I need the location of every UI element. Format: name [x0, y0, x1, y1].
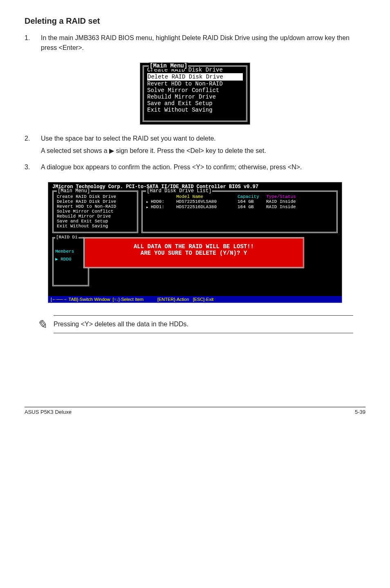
hdd-row-model: HDS722516VLSA80	[176, 199, 238, 204]
bios-confirm-dialog: ALL DATA ON THE RAID WILL BE LOST!! ARE …	[83, 237, 304, 268]
step-number-3: 3.	[25, 162, 41, 175]
step-number-2: 2.	[25, 134, 41, 158]
bios-dialog-line-1: ALL DATA ON THE RAID WILL BE LOST!!	[89, 243, 299, 250]
page-footer-right: 5-39	[355, 409, 365, 415]
bios-hdd-list-box: [Hard Disk Drive List] Model Name Capaci…	[141, 191, 338, 233]
bios-screenshot: JMicron Technology Corp. PCI-to-SATA II/…	[48, 182, 342, 303]
hdd-row-name: HDD1:	[151, 204, 176, 210]
hdd-row-arrow-icon: ▸	[146, 199, 151, 204]
step-2-text-b: A selected set shows a ▶ sign before it.…	[41, 146, 365, 156]
main-menu-legend: [Main Menu]	[149, 63, 188, 69]
hdd-row-name: HDD0:	[151, 199, 176, 204]
note-block: ✎ Pressing <Y> deletes all the data in t…	[37, 315, 353, 333]
step-2-text-a: Use the space bar to select the RAID set…	[41, 134, 365, 144]
bios-main-menu-item: Exit Without Saving	[57, 224, 134, 229]
bios-raid-rdd-arrow-icon: ▶	[55, 257, 58, 262]
bios-hdd-legend: [Hard Disk Drive List]	[146, 188, 212, 194]
bios-footer-keys: [←──→ TAB]-Switch Window [↑↓]-Select Ite…	[48, 296, 342, 303]
hdd-row-capacity: 164 GB	[238, 204, 266, 210]
bios-main-menu-item: Create RAID Disk Drive	[57, 194, 134, 199]
step-number-1: 1.	[25, 33, 41, 55]
bios-main-menu-item: Rebuild Mirror Drive	[57, 214, 134, 219]
hdd-header-status: Type/Status	[266, 194, 307, 199]
bios-main-menu-item: Solve Mirror Conflict	[57, 209, 134, 214]
bios-raid-legend: [RAID Di	[55, 235, 78, 240]
note-text: Pressing <Y> deletes all the data in the…	[54, 315, 353, 333]
main-menu-item: Solve Mirror Conflict	[147, 87, 243, 94]
bios-main-menu-item: Delete RAID Disk Drive	[57, 199, 134, 204]
main-menu-item: Rebuild Mirror Drive	[147, 94, 243, 100]
hdd-row-arrow-icon: ▸	[146, 204, 151, 210]
bios-main-menu-box: [Main Menu] Create RAID Disk Drive Delet…	[52, 191, 138, 233]
main-menu-item: Revert HDD to Non-RAID	[147, 81, 243, 87]
bios-raid-members: Members	[55, 249, 86, 254]
hdd-header-model: Model Name	[176, 194, 238, 199]
bios-main-menu-legend: [Main Menu]	[57, 188, 91, 194]
hdd-row-capacity: 164 GB	[238, 199, 266, 204]
page-footer-left: ASUS P5K3 Deluxe	[25, 409, 72, 415]
main-menu-item-selected: Delete RAID Disk Drive	[147, 73, 243, 81]
bios-raid-rdd-label: RDD0	[61, 257, 71, 262]
main-menu-item: Save and Exit Setup	[147, 100, 243, 107]
section-title: Deleting a RAID set	[25, 16, 365, 26]
main-menu-screenshot: [Main Menu] Create RAID Disk Drive Delet…	[140, 63, 250, 125]
bios-main-menu-item: Save and Exit Setup	[57, 219, 134, 224]
main-menu-item: Exit Without Saving	[147, 107, 243, 113]
bios-main-menu-item: Revert HDD to Non-RAID	[57, 204, 134, 209]
hdd-row-status: RAID Inside	[266, 199, 307, 204]
note-icon: ✎	[37, 317, 47, 332]
hdd-header-capacity: Capacity	[238, 194, 266, 199]
hdd-row-model: HDS722516DLA380	[176, 204, 238, 210]
step-3-text: A dialogue box appears to confirm the ac…	[41, 162, 365, 172]
step-1-text: In the main JMB363 RAID BIOS menu, highl…	[41, 33, 365, 53]
bios-dialog-line-2: ARE YOU SURE TO DELETE (Y/N)? Y	[89, 250, 299, 256]
hdd-row-status: RAID Inside	[266, 204, 307, 210]
